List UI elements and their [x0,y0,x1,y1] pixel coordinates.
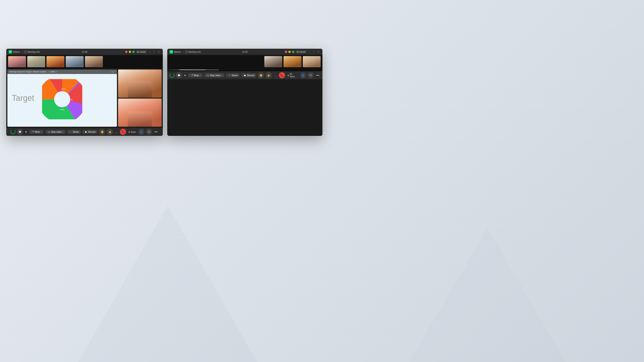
pie-label-34: 34% [60,108,64,111]
window-close-left[interactable]: ✕ [157,51,160,53]
zoom-control[interactable]: ─ 100% + [48,71,58,73]
participant-thumb-r2[interactable] [284,56,302,67]
pie-chart-container: 41% 34% 13% 12% [10,74,115,124]
video-icon-right: 📹 [206,74,209,77]
pie-chart-svg: 41% 34% 13% 12% [42,79,82,119]
window-restore-left[interactable]: □ [153,51,156,53]
webex-logo-left: W Webex [8,50,20,54]
zoom-level: 100% [50,71,56,73]
pie-label-13: 13% [56,97,60,100]
video-icon-left: 📹 [48,130,50,133]
participant-thumb-r3[interactable] [303,56,321,67]
reactions-btn-right[interactable]: 👋 [266,72,272,78]
chat2-btn-left[interactable]: 🗨 [146,129,152,135]
participant-thumb-r1[interactable] [264,56,282,67]
end-icon-right: 📞 [280,74,284,77]
mute-label-right: Mute [194,74,199,77]
webex-spinner-left [10,129,16,134]
grid-cell-room[interactable]: SHN7-16-GREAT WALL [168,69,219,70]
share-btn-left[interactable]: ↑ Share [67,130,81,134]
meeting-info-label-left: Meeting info [28,51,40,53]
participant-thumb-5[interactable] [85,56,103,67]
participants-btn-right[interactable]: 👤 [300,72,306,78]
webex-icon-left: W [8,50,12,54]
mute-label-left: Mute [35,131,40,133]
reactions-btn-left[interactable]: 👋 [107,129,113,135]
emoji-btn-right[interactable]: 😊 [258,72,264,78]
meeting-info-btn-right[interactable]: i Meeting info [185,50,200,53]
control-bar-right: 💬 ▾ 🎤 Mute ▾ 📹 Stop video ▾ ↑ Share ⏺ Re… [167,71,322,79]
layout-icon-left: ⊞ [137,51,139,53]
more-btn-left[interactable]: ... [114,130,119,134]
end-call-btn-right[interactable]: 📞 [279,72,285,78]
participants-strip-right [167,55,322,68]
share-label-right: Share [232,74,238,77]
chat-more-right[interactable]: ▾ [183,73,187,77]
emoji-btn-left[interactable]: 😊 [99,129,105,135]
layout-label-right: Layout [299,51,305,53]
record-btn-right[interactable]: ⏺ Record [241,73,256,77]
close-dot-left[interactable] [125,51,128,53]
record-icon-right: ⏺ [244,74,246,77]
more-btn-right[interactable]: ... [273,73,278,77]
shared-content-area: Viewing Giacomo Drago's shared content ─… [8,69,117,127]
zoom-plus[interactable]: + [56,71,58,73]
share-icon-right: ↑ [228,74,231,77]
control-bar-left: 💬 ▾ 🎤 Mute ▾ 📹 Stop video ▾ ↑ Share ⏺ Re… [6,128,163,136]
window-restore-right[interactable]: □ [312,51,315,53]
share-label-left: Share [73,131,79,133]
video-thumb-2[interactable] [118,98,162,127]
webex-title-right: Webex [174,51,181,53]
video-arrow-right: ▾ [222,74,222,76]
participant-thumb-3[interactable] [46,56,64,67]
layout-label-left: Layout [140,51,146,53]
expand-icons[interactable]: ⛶ ⊡ ↗ [111,71,115,73]
meeting-info-btn-left[interactable]: i Meeting info [24,50,40,53]
minimize-dot-left[interactable] [129,51,131,53]
minimize-dot-right[interactable] [288,51,291,53]
pie-label-41: 41% [68,98,73,101]
title-bar-left: W Webex • i Meeting info 12:40 ⊞ Layout … [6,49,163,55]
more2-btn-right[interactable]: ••• [315,73,320,77]
apps-btn-right[interactable]: ⊞ 85 Apps [286,73,299,78]
title-separator-right: • [183,51,184,53]
end-call-btn-left[interactable]: 📞 [120,129,126,135]
layout-icon-right: ⊞ [297,51,298,53]
mute-btn-left[interactable]: 🎤 Mute ▾ [29,130,44,134]
window-minimize-right[interactable]: ─ [308,51,311,53]
info-icon-left: i [24,50,27,53]
webex-spinner-right [170,73,174,78]
maximize-dot-right[interactable] [292,51,294,53]
record-btn-left[interactable]: ⏺ Record [82,130,98,134]
stop-video-btn-left[interactable]: 📹 Stop video ▾ [45,130,66,134]
participant-thumb-4[interactable] [66,56,84,67]
window-minimize-left[interactable]: ─ [148,51,151,53]
title-time-right: 12:40 [242,51,248,53]
window-close-right[interactable]: ✕ [317,51,320,53]
participant-thumb-2[interactable] [27,56,45,67]
stop-video-btn-right[interactable]: 📹 Stop video ▾ [204,73,224,77]
apps-btn-left[interactable]: ⊞ Apps [128,131,137,133]
layout-btn-left[interactable]: ⊞ Layout [136,50,147,53]
maximize-dot-left[interactable] [132,51,134,53]
apps-label-right: 85 Apps [290,73,298,78]
mute-btn-right[interactable]: 🎤 Mute ▾ [188,73,203,77]
end-icon-left: 📞 [122,130,125,133]
title-controls-right: ⊞ Layout ─ □ ✕ [285,50,320,53]
mute-arrow-left: ▾ [41,131,42,133]
meeting-info-label-right: Meeting info [188,51,200,53]
layout-btn-right[interactable]: ⊞ Layout [296,50,306,53]
chat2-btn-right[interactable]: 🗨 [308,72,314,78]
participants-btn-left[interactable]: 👤 [138,129,144,135]
more2-btn-left[interactable]: ••• [154,130,158,134]
zoom-minus[interactable]: ─ [48,71,49,73]
chat-more-left[interactable]: ▾ [24,130,28,134]
chat-btn-left[interactable]: 💬 [17,129,23,135]
video-thumb-1[interactable] [118,69,162,98]
participants-strip-left [6,55,163,68]
chat-btn-right[interactable]: 💬 [176,72,182,78]
close-dot-right[interactable] [285,51,287,53]
share-btn-right[interactable]: ↑ Share [226,73,240,77]
stop-video-label-left: Stop video [51,131,62,133]
participant-thumb-1[interactable] [8,56,26,67]
